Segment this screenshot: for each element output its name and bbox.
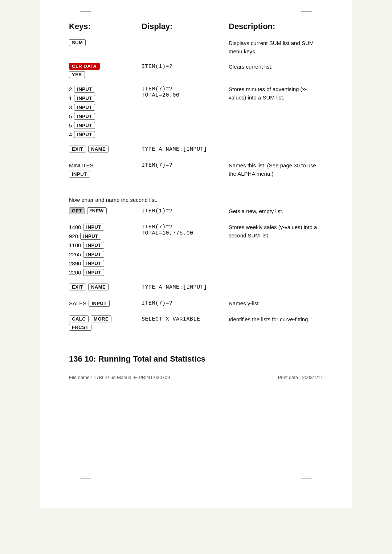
keys-cell: SALES INPUT [69,300,142,307]
calc-button[interactable]: CALC [69,315,89,322]
table-row: CLR DATA YES ITEM(1)=? Clears current li… [69,63,323,78]
input-button[interactable]: INPUT [83,260,104,267]
corner-mark-bl [80,478,91,479]
table-row: 2 INPUT 1 INPUT 3 INPUT 5 INPUT 5 INPU [69,85,323,138]
display-cell: TYPE A NAME:[INPUT] [142,284,229,290]
input-button[interactable]: INPUT [80,233,101,240]
display-cell: ITEM(7)=? TOTAL=10,775.00 [142,223,229,236]
sum-button[interactable]: SUM [69,39,86,46]
get-button[interactable]: GET [69,207,85,214]
input-button[interactable]: INPUT [74,86,95,93]
desc-cell: Displays current SUM list and SUM menu k… [229,39,323,56]
keys-cell: EXIT NAME [69,146,142,152]
keys-cell: CALC MORE FRCST [69,315,142,331]
chapter-title: 136 10: Running Total and Statistics [69,354,323,364]
table-row: 1400 INPUT 920 INPUT 1100 INPUT 2265 INP… [69,223,323,276]
display-cell [142,39,229,40]
desc-cell: Stores minutes of advertising (x-values)… [229,85,323,102]
name-button[interactable]: NAME [88,284,109,290]
clr-data-button[interactable]: CLR DATA [69,63,100,70]
key-text: 2 [69,85,72,93]
key-text: 3 [69,103,72,111]
key-text: 920 [69,232,78,240]
input-button[interactable]: INPUT [83,269,104,276]
more-button[interactable]: MORE [91,315,111,322]
input-button[interactable]: INPUT [69,171,90,178]
input-button[interactable]: INPUT [74,95,95,102]
input-button[interactable]: INPUT [83,224,104,231]
key-text: 4 [69,131,72,138]
key-text: 5 [69,122,72,129]
keys-cell: 1400 INPUT 920 INPUT 1100 INPUT 2265 INP… [69,223,142,276]
desc-cell: Names y-list. [229,300,323,308]
corner-mark-br [301,478,312,479]
input-button[interactable]: INPUT [89,300,110,307]
display-header: Display: [142,22,229,31]
key-text: SALES [69,300,86,307]
input-button[interactable]: INPUT [74,113,95,120]
input-button[interactable]: INPUT [74,104,95,111]
key-text: 1 [69,94,72,102]
keys-cell: EXIT NAME [69,284,142,290]
key-text: 1400 [69,223,81,231]
table-header: Keys: Display: Description: [69,22,323,33]
page-footer: 136 10: Running Total and Statistics Fil… [69,349,323,380]
desc-cell: Identifies the lists for curve-fitting. [229,315,323,324]
key-text: 1100 [69,241,81,249]
print-date: Print data : 2003/7/11 [278,375,323,380]
display-cell: ITEM(7)=? [142,300,229,306]
key-text: 5 [69,113,72,120]
file-name: File name : 17BII-Plus-Manual-E-PRINT-03… [69,375,170,380]
section-note: Now enter and name the second list. [69,197,323,203]
keys-cell: 2 INPUT 1 INPUT 3 INPUT 5 INPUT 5 INPU [69,85,142,138]
keys-cell: GET *NEW [69,207,142,214]
table-row: SUM Displays current SUM list and SUM me… [69,39,323,56]
input-button[interactable]: INPUT [74,131,95,138]
table-row: CALC MORE FRCST SELECT X VARIABLE Identi… [69,315,323,331]
table-row: GET *NEW ITEM(1)=? Gets a new, empty lis… [69,207,323,216]
yes-button[interactable]: YES [69,71,85,78]
display-cell: ITEM(7)=? TOTAL=20.00 [142,85,229,98]
keys-cell: MINUTES INPUT [69,162,142,178]
keys-cell: CLR DATA YES [69,63,142,78]
frcst-button[interactable]: FRCST [69,324,91,331]
key-text: 2890 [69,260,81,267]
name-button[interactable]: NAME [88,146,109,152]
key-text: 2200 [69,269,81,276]
table-row: EXIT NAME TYPE A NAME:[INPUT] [69,146,323,154]
corner-mark-tl [80,11,91,12]
new-button[interactable]: *NEW [87,207,106,214]
footer-info: File name : 17BII-Plus-Manual-E-PRINT-03… [69,375,323,380]
input-button[interactable]: INPUT [83,242,104,249]
exit-button[interactable]: EXIT [69,284,86,290]
description-header: Description: [229,22,323,31]
display-cell: TYPE A NAME:[INPUT] [142,146,229,152]
display-cell: ITEM(7)=? [142,162,229,168]
exit-button[interactable]: EXIT [69,146,86,152]
display-cell: ITEM(1)=? [142,63,229,70]
key-text: MINUTES [69,162,138,169]
input-button[interactable]: INPUT [83,251,104,258]
page-container: Keys: Display: Description: SUM Displays… [40,0,352,508]
desc-cell: Names this list. (See page 30 to use the… [229,162,323,178]
main-content: Keys: Display: Description: SUM Displays… [69,22,323,380]
table-row: MINUTES INPUT ITEM(7)=? Names this list.… [69,162,323,178]
desc-cell: Clears current list. [229,63,323,71]
input-button[interactable]: INPUT [74,122,95,129]
keys-cell: SUM [69,39,142,46]
table-row: SALES INPUT ITEM(7)=? Names y-list. [69,300,323,308]
desc-cell: Stores weekly sales (y-values) into a se… [229,223,323,240]
display-cell: ITEM(1)=? [142,207,229,214]
desc-cell: Gets a new, empty list. [229,207,323,216]
table-row: EXIT NAME TYPE A NAME:[INPUT] [69,284,323,292]
key-text: 2265 [69,250,81,258]
keys-header: Keys: [69,22,142,31]
corner-mark-tr [301,11,312,12]
display-cell: SELECT X VARIABLE [142,315,229,322]
